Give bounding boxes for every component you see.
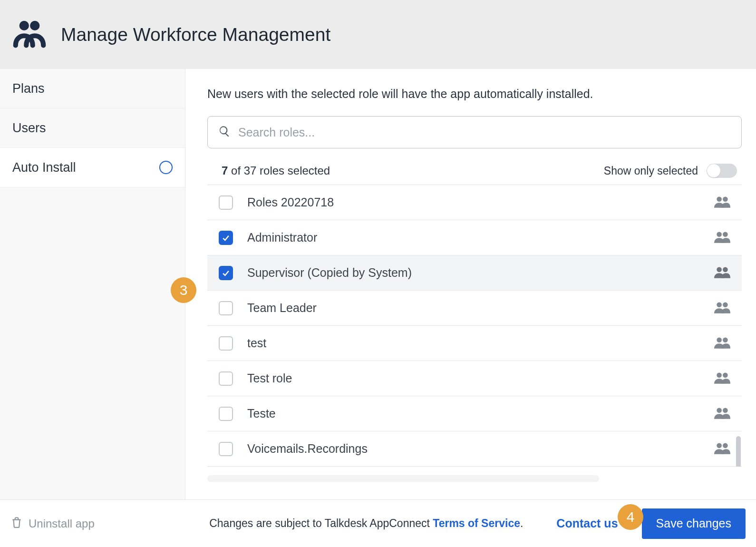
svg-point-3 [723,196,728,202]
scrollbar-thumb[interactable] [736,436,741,467]
sidebar-item-plans[interactable]: Plans [0,69,185,108]
role-row[interactable]: Test role [207,361,742,396]
role-list: Roles 20220718AdministratorSupervisor (C… [207,185,742,467]
svg-point-7 [723,267,728,272]
role-checkbox[interactable] [219,336,233,351]
role-checkbox[interactable] [219,407,233,421]
svg-point-2 [717,196,722,202]
terms-text: Changes are subject to Talkdesk AppConne… [209,517,523,530]
users-icon[interactable] [714,300,730,316]
callout-badge-3: 3 [171,277,196,303]
svg-point-6 [717,267,722,272]
svg-point-10 [717,337,722,342]
trash-icon [10,516,23,531]
contact-us-link[interactable]: Contact us [556,517,618,530]
users-icon[interactable] [714,441,730,457]
show-only-selected: Show only selected [604,164,737,178]
users-icon[interactable] [714,265,730,281]
svg-point-16 [717,443,722,448]
role-checkbox[interactable] [219,371,233,386]
page-title: Manage Workforce Management [61,24,330,45]
main-panel: New users with the selected role will ha… [185,69,756,499]
search-input[interactable] [238,126,731,139]
users-icon[interactable] [714,230,730,246]
save-changes-button[interactable]: Save changes [642,508,746,539]
users-icon[interactable] [714,371,730,387]
svg-point-17 [723,443,728,448]
users-icon[interactable] [714,195,730,211]
svg-point-9 [723,302,728,307]
radio-indicator-icon [159,161,173,174]
role-label: Supervisor (Copied by System) [247,266,700,280]
selection-summary-bar: 7 of 37 roles selected Show only selecte… [207,158,742,185]
svg-point-4 [717,232,722,237]
role-checkbox[interactable] [219,301,233,315]
sidebar-item-label: Auto Install [12,160,76,175]
search-field[interactable] [207,116,742,148]
role-checkbox[interactable] [219,266,233,280]
svg-point-1 [30,20,39,30]
sidebar-item-auto-install[interactable]: Auto Install [0,148,185,187]
show-only-selected-toggle[interactable] [707,164,737,178]
show-only-selected-label: Show only selected [604,165,698,177]
role-row[interactable]: Voicemails.Recordings [207,431,742,467]
selection-count: 7 of 37 roles selected [222,164,330,177]
horizontal-scroll-hint [207,475,599,482]
sidebar-item-label: Users [12,121,46,136]
role-label: test [247,336,700,350]
intro-text: New users with the selected role will ha… [207,87,742,101]
svg-point-13 [723,372,728,378]
uninstall-app-button[interactable]: Uninstall app [10,516,95,531]
role-checkbox[interactable] [219,195,233,210]
role-label: Voicemails.Recordings [247,442,700,456]
role-row[interactable]: Roles 20220718 [207,185,742,220]
role-row[interactable]: Teste [207,396,742,431]
sidebar-item-users[interactable]: Users [0,108,185,148]
role-row[interactable]: Administrator [207,220,742,255]
selected-count-number: 7 [222,164,228,177]
svg-point-15 [723,408,728,413]
role-row[interactable]: Team Leader [207,291,742,326]
svg-point-14 [717,408,722,413]
toggle-knob-icon [707,164,720,177]
footer-bar: Uninstall app Changes are subject to Tal… [0,499,756,547]
svg-point-11 [723,337,728,342]
svg-point-0 [19,20,29,30]
users-icon[interactable] [714,406,730,422]
svg-point-12 [717,372,722,378]
role-row[interactable]: Supervisor (Copied by System) [207,255,742,291]
callout-badge-4: 4 [618,504,643,530]
role-checkbox[interactable] [219,231,233,245]
users-icon[interactable] [714,335,730,352]
role-label: Team Leader [247,301,700,315]
uninstall-label: Uninstall app [29,517,95,530]
role-label: Teste [247,407,700,420]
svg-point-5 [723,232,728,237]
role-checkbox[interactable] [219,442,233,456]
terms-of-service-link[interactable]: Terms of Service [433,517,520,529]
search-icon [218,125,231,139]
role-label: Test role [247,371,700,385]
page-header: Manage Workforce Management [0,0,756,69]
role-row[interactable]: test [207,326,742,361]
sidebar: Plans Users Auto Install [0,69,185,499]
app-icon [12,18,47,52]
sidebar-item-label: Plans [12,81,45,96]
role-label: Administrator [247,231,700,244]
role-label: Roles 20220718 [247,195,700,209]
svg-point-8 [717,302,722,307]
